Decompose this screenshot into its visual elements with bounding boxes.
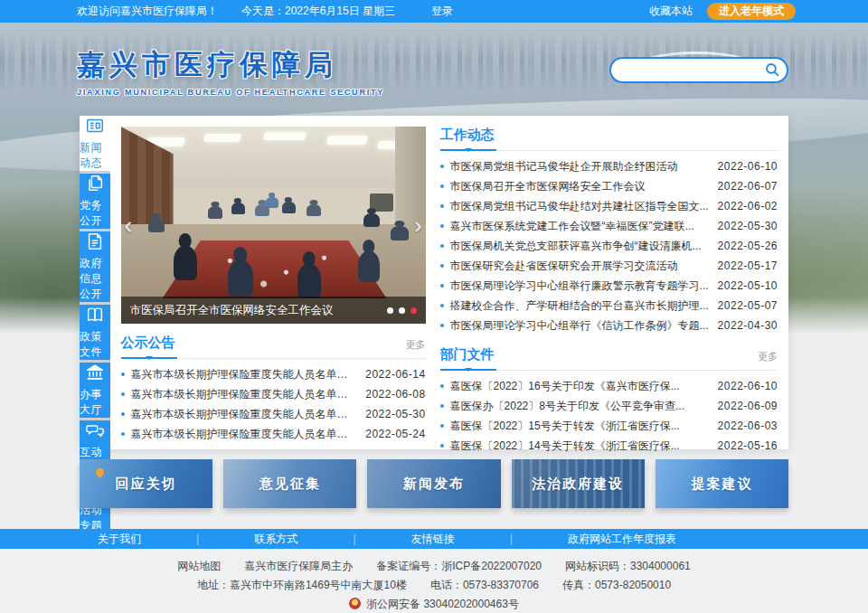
sidebar-item-service-hall[interactable]: 办事大厅 <box>80 363 110 418</box>
item-title[interactable]: 市医保局机关党总支部获评嘉兴市争创“建设清廉机... <box>450 239 709 254</box>
footer-info: 网站地图 嘉兴市医疗保障局主办 备案证编号：浙ICP备2022007020 网站… <box>0 549 868 613</box>
list-item: 嘉医保〔2022〕15号关于转发《浙江省医疗保...2022-06-03 <box>440 416 778 436</box>
item-title[interactable]: 市医保局党组书记马俊华赴结对共建社区指导全国文... <box>450 199 709 214</box>
person-silhouette <box>307 204 321 216</box>
carousel-dot-active[interactable] <box>410 307 417 314</box>
footer-nav-annual-report[interactable]: 政府网站工作年度报表 <box>568 532 676 547</box>
bank-icon <box>85 363 105 382</box>
person-silhouette <box>391 226 409 240</box>
notice-list: 嘉兴市本级长期护理保险重度失能人员名单公示（2...2022-06-14 嘉兴市… <box>121 364 426 444</box>
item-title[interactable]: 搭建校企合作、产学研相结合的平台嘉兴市长期护理... <box>450 298 709 314</box>
newspaper-icon <box>85 116 105 136</box>
person-silhouette <box>266 197 278 208</box>
item-date: 2022-06-02 <box>718 200 778 212</box>
banner-news-release[interactable]: 新闻发布 <box>367 459 500 508</box>
carousel-dot[interactable] <box>399 307 405 314</box>
person-silhouette <box>174 246 197 280</box>
person-silhouette <box>297 264 321 298</box>
item-title[interactable]: 嘉兴市本级长期护理保险重度失能人员名单公示（2... <box>131 367 357 382</box>
person-silhouette <box>358 251 380 282</box>
list-item: 嘉兴市医保系统党建工作会议暨“幸福医保”党建联...2022-05-30 <box>440 216 778 236</box>
person-silhouette <box>231 203 245 214</box>
item-date: 2022-06-07 <box>718 180 778 193</box>
elder-mode-button[interactable]: 进入老年模式 <box>707 3 796 20</box>
item-title[interactable]: 嘉兴市医保系统党建工作会议暨“幸福医保”党建联... <box>450 219 709 234</box>
search-button[interactable] <box>764 61 780 78</box>
banner-opinion-collection[interactable]: 意见征集 <box>223 459 356 508</box>
list-item: 市医保局党组书记马俊华赴结对共建社区指导全国文...2022-06-02 <box>440 196 778 216</box>
sidebar-item-party-affairs[interactable]: 党务公开 <box>80 174 110 229</box>
item-title[interactable]: 市医保局召开全市医保网络安全工作会议 <box>450 179 709 194</box>
item-date: 2022-05-24 <box>365 428 425 440</box>
item-title[interactable]: 市医保研究会赴省医保研究会开展学习交流活动 <box>450 259 709 274</box>
item-title[interactable]: 市医保局理论学习中心组举行《信访工作条例》专题... <box>450 318 709 334</box>
item-title[interactable]: 嘉医保〔2022〕15号关于转发《浙江省医疗保... <box>450 419 709 434</box>
footer-nav-separator: | <box>196 533 199 545</box>
item-date: 2022-06-10 <box>718 160 778 173</box>
carousel-prev-button[interactable]: ‹ <box>125 213 133 237</box>
item-title[interactable]: 嘉兴市本级长期护理保险重度失能人员名单公示（2... <box>131 387 357 402</box>
dept-files-section: 部门文件 更多 嘉医保〔2022〕16号关于印发《嘉兴市医疗保...2022-0… <box>440 346 778 456</box>
item-date: 2022-04-30 <box>718 319 778 332</box>
search-input[interactable] <box>609 57 788 83</box>
list-item: 市医保局召开全市医保网络安全工作会议2022-06-07 <box>440 176 778 196</box>
footer-line-2: 地址：嘉兴市中环南路1469号中南大厦10楼 电话：0573-83370706 … <box>0 576 868 595</box>
document-icon <box>85 231 105 251</box>
item-title[interactable]: 嘉医保〔2022〕14号关于转发《浙江省医疗保... <box>450 439 709 454</box>
bullet-icon <box>440 244 444 248</box>
phone-text: 电话：0573-83370706 <box>430 576 539 595</box>
item-title[interactable]: 市医保局理论学习中心组举行廉政警示教育专题学习... <box>450 278 709 294</box>
banner-row: 回应关切 意见征集 新闻发布 法治政府建设 提案建议 <box>80 459 788 508</box>
favorite-link[interactable]: 收藏本站 <box>649 4 693 19</box>
item-date: 2022-06-14 <box>365 368 425 381</box>
carousel-next-button[interactable]: › <box>414 213 422 237</box>
item-title[interactable]: 嘉医保〔2022〕16号关于印发《嘉兴市医疗保... <box>450 379 709 394</box>
item-date: 2022-05-16 <box>718 439 778 452</box>
carousel-caption[interactable]: 市医保局召开全市医保网络安全工作会议 <box>130 303 380 318</box>
sidebar-item-label: 新闻动态 <box>80 140 110 171</box>
bullet-icon <box>440 424 444 428</box>
item-date: 2022-05-30 <box>718 220 778 232</box>
item-date: 2022-06-10 <box>718 380 778 392</box>
bullet-icon <box>440 284 444 288</box>
item-date: 2022-05-30 <box>365 408 425 420</box>
dept-more-link[interactable]: 更多 <box>758 350 778 370</box>
list-item: 搭建校企合作、产学研相结合的平台嘉兴市长期护理...2022-05-07 <box>440 296 778 316</box>
list-item: 嘉兴市本级长期护理保险重度失能人员名单公示（2...2022-05-24 <box>121 424 426 444</box>
item-title[interactable]: 市医保局党组书记马俊华赴企开展助企纾困活动 <box>450 159 709 174</box>
sidebar-item-gov-info[interactable]: 政府信息公开 <box>80 231 110 302</box>
search-box <box>609 57 788 83</box>
person-silhouette <box>228 260 253 297</box>
site-id-number: 网站标识码：3304000061 <box>565 557 691 576</box>
news-carousel[interactable]: ‹ › 市医保局召开全市医保网络安全工作会议 <box>121 127 426 324</box>
item-title[interactable]: 嘉医保办〔2022〕8号关于印发《公平竞争审查... <box>450 399 709 414</box>
footer-nav-links[interactable]: 友情链接 <box>411 532 455 547</box>
sidebar-item-policy-files[interactable]: 政策文件 <box>80 305 110 360</box>
carousel-dot[interactable] <box>387 307 393 314</box>
bullet-icon <box>121 373 125 376</box>
photo-lamp-decor <box>262 132 306 140</box>
footer-nav-contact[interactable]: 联系方式 <box>254 532 297 547</box>
login-link[interactable]: 登录 <box>431 4 453 19</box>
banner-respond-concerns[interactable]: 回应关切 <box>80 459 212 508</box>
site-title: 嘉兴市医疗保障局 <box>77 46 384 84</box>
person-silhouette <box>148 219 165 232</box>
sidebar-item-news[interactable]: 新闻动态 <box>80 116 110 171</box>
list-item: 嘉医保〔2022〕16号关于印发《嘉兴市医疗保...2022-06-10 <box>440 376 778 396</box>
banner-proposals[interactable]: 提案建议 <box>656 459 788 508</box>
carousel-caption-bar: 市医保局召开全市医保网络安全工作会议 <box>121 297 426 324</box>
item-title[interactable]: 嘉兴市本级长期护理保险重度失能人员名单公示（2... <box>131 407 357 422</box>
sitemap-link[interactable]: 网站地图 <box>177 557 221 576</box>
security-record-text: 浙公网安备 33040202000463号 <box>366 598 519 610</box>
notice-more-link[interactable]: 更多 <box>406 338 426 358</box>
item-title[interactable]: 嘉兴市本级长期护理保险重度失能人员名单公示（2... <box>131 427 357 442</box>
bullet-icon <box>440 165 444 168</box>
list-item: 嘉兴市本级长期护理保险重度失能人员名单公示（2...2022-06-08 <box>121 384 426 404</box>
police-emblem-icon <box>349 598 361 609</box>
list-item: 市医保局党组书记马俊华赴企开展助企纾困活动2022-06-10 <box>440 156 778 176</box>
banner-rule-of-law[interactable]: 法治政府建设 <box>512 459 645 508</box>
bullet-icon <box>440 444 444 448</box>
security-record[interactable]: 浙公网安备 33040202000463号 <box>349 595 519 613</box>
work-section-header: 工作动态 <box>440 127 778 151</box>
footer-nav-about[interactable]: 关于我们 <box>98 532 141 547</box>
